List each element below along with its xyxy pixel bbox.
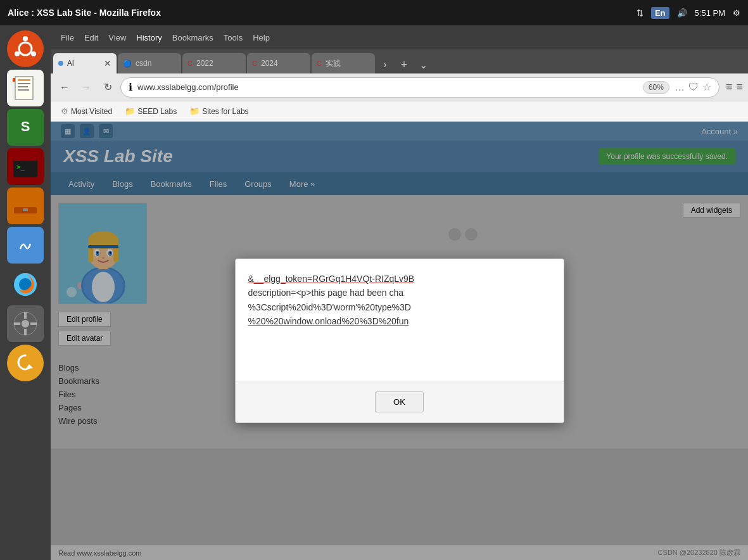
tab-favicon-c1: C xyxy=(187,60,193,67)
shield-icon[interactable]: 🛡 xyxy=(688,82,699,93)
most-visited-label: Most Visited xyxy=(71,107,112,116)
url-bar[interactable]: ℹ www.xsslabelgg.com/profile 60% … 🛡 ☆ xyxy=(120,77,719,98)
menu-tools[interactable]: Tools xyxy=(224,33,243,42)
back-button[interactable]: ← xyxy=(56,79,73,96)
browser-navbar: ← → ↻ ℹ www.xsslabelgg.com/profile 60% …… xyxy=(51,73,748,101)
svg-point-4 xyxy=(15,51,20,56)
ubuntu-icon[interactable] xyxy=(7,30,44,67)
most-visited-icon: ⚙ xyxy=(61,106,68,116)
sites-for-labs-icon: 📁 xyxy=(189,106,200,116)
terminal-icon[interactable]: >_ xyxy=(7,148,44,185)
menu-help[interactable]: Help xyxy=(253,33,270,42)
nav-hamburger-button[interactable]: ≡ xyxy=(736,80,743,94)
svg-rect-9 xyxy=(18,89,29,91)
nav-extra-buttons: ≡ ≡ xyxy=(723,80,743,94)
bookmark-most-visited[interactable]: ⚙ Most Visited xyxy=(56,105,117,118)
system-time: 5:51 PM xyxy=(695,8,725,18)
bookmarks-bar: ⚙ Most Visited 📁 SEED Labs 📁 Sites for L… xyxy=(51,101,748,122)
tab-label: Al xyxy=(67,59,74,68)
bookmark-star-icon[interactable]: ☆ xyxy=(702,81,711,93)
svg-text:>_: >_ xyxy=(16,163,25,171)
transfer-icon: ⇅ xyxy=(637,8,643,18)
settings-icon[interactable]: ⚙ xyxy=(733,8,740,18)
menu-file[interactable]: File xyxy=(61,33,74,42)
system-topbar: Alice : XSS Lab Site - Mozilla Firefox ⇅… xyxy=(0,0,748,25)
tab-label-csdn: csdn xyxy=(136,59,151,68)
bookmark-sites-for-labs[interactable]: 📁 Sites for Labs xyxy=(184,105,253,118)
alert-dialog: &__elgg_token=RGrGq1H4VQt-RIZqLv9B descr… xyxy=(235,258,564,423)
svg-rect-26 xyxy=(30,322,37,325)
browser-menu: File Edit View History Bookmarks Tools H… xyxy=(56,33,275,42)
tab-label-shijian: 实践 xyxy=(326,58,341,69)
reader-mode-button[interactable]: ≡ xyxy=(726,80,733,94)
menu-bookmarks[interactable]: Bookmarks xyxy=(172,33,213,42)
dialog-line4: %20%20window.onload%20%3D%20fun xyxy=(248,316,409,326)
svg-rect-25 xyxy=(14,322,20,325)
system-tray: ⇅ En 🔊 5:51 PM ⚙ xyxy=(637,7,740,19)
bookmark-seed-labs[interactable]: 📁 SEED Labs xyxy=(120,105,182,118)
dialog-text-line1: &__elgg_token=RGrGq1H4VQt-RIZqLv9B xyxy=(248,272,551,286)
supercard-icon[interactable]: S xyxy=(7,109,44,146)
more-url-icon[interactable]: … xyxy=(675,82,685,93)
dialog-text-line4: %20%20window.onload%20%3D%20fun xyxy=(248,314,551,328)
browser-menubar: File Edit View History Bookmarks Tools H… xyxy=(51,25,748,49)
url-action-icons: … 🛡 ☆ xyxy=(675,81,711,93)
menu-history[interactable]: History xyxy=(136,33,162,42)
svg-rect-14 xyxy=(13,156,37,161)
tab-label-2024: 2024 xyxy=(261,59,278,68)
tab-favicon-c3: C xyxy=(317,60,322,67)
svg-text:S: S xyxy=(21,118,30,134)
application-dock: S >_ xyxy=(0,25,51,560)
dialog-ok-button[interactable]: OK xyxy=(375,391,424,412)
dialog-footer: OK xyxy=(236,381,564,423)
svg-rect-10 xyxy=(13,78,15,82)
system-tools-icon[interactable] xyxy=(7,305,44,342)
tab-active[interactable]: Al ✕ xyxy=(53,53,117,73)
url-info-icon: ℹ xyxy=(129,81,132,93)
drawer-icon[interactable] xyxy=(7,188,44,224)
dialog-text-line3: %3Cscript%20id%3D'worm'%20type%3D xyxy=(248,300,551,314)
updater-icon[interactable] xyxy=(7,345,44,381)
svg-rect-18 xyxy=(23,208,28,211)
svg-point-2 xyxy=(23,36,28,41)
new-tab-button[interactable]: + xyxy=(395,56,413,73)
svg-rect-7 xyxy=(18,83,30,84)
seed-labs-label: SEED Labs xyxy=(137,107,177,116)
tab-2024[interactable]: C 2024 xyxy=(247,53,310,73)
tab-csdn[interactable]: 🔵 csdn xyxy=(118,53,181,73)
wireshark-icon[interactable] xyxy=(7,227,44,264)
svg-point-3 xyxy=(31,51,36,56)
tab-2022[interactable]: C 2022 xyxy=(182,53,246,73)
svg-rect-8 xyxy=(18,86,28,87)
dialog-content: &__elgg_token=RGrGq1H4VQt-RIZqLv9B descr… xyxy=(236,259,564,381)
zoom-level[interactable]: 60% xyxy=(643,81,669,94)
tab-shijian[interactable]: C 实践 xyxy=(312,53,375,73)
svg-rect-23 xyxy=(24,312,27,319)
svg-rect-24 xyxy=(24,329,27,335)
volume-icon: 🔊 xyxy=(677,8,687,18)
svg-point-27 xyxy=(13,350,38,376)
svg-rect-6 xyxy=(18,79,30,81)
tab-favicon-dot xyxy=(58,61,63,66)
dialog-text-line2: description=<p>this page had been cha xyxy=(248,286,551,300)
tab-list-chevron[interactable]: ⌄ xyxy=(414,56,432,73)
browser-window: File Edit View History Bookmarks Tools H… xyxy=(51,25,748,560)
tab-overflow-button[interactable]: › xyxy=(376,56,394,73)
menu-view[interactable]: View xyxy=(108,33,126,42)
window-title: Alice : XSS Lab Site - Mozilla Firefox xyxy=(8,8,161,18)
tab-close-button[interactable]: ✕ xyxy=(104,58,111,68)
sites-for-labs-label: Sites for Labs xyxy=(202,107,248,116)
notepad-icon[interactable] xyxy=(7,70,44,106)
dialog-overlay: &__elgg_token=RGrGq1H4VQt-RIZqLv9B descr… xyxy=(51,122,748,560)
language-badge[interactable]: En xyxy=(651,7,669,19)
tab-favicon-csdn: 🔵 xyxy=(123,60,132,68)
tab-favicon-c2: C xyxy=(252,60,257,67)
menu-edit[interactable]: Edit xyxy=(84,33,98,42)
url-text: www.xsslabelgg.com/profile xyxy=(137,82,638,92)
svg-point-22 xyxy=(22,320,29,328)
firefox-icon[interactable] xyxy=(7,266,44,303)
web-content-area: ▦ 👤 ✉ Account » XSS Lab Site Your profil… xyxy=(51,122,748,560)
tab-label-2022: 2022 xyxy=(196,59,213,68)
forward-button[interactable]: → xyxy=(77,79,95,96)
reload-button[interactable]: ↻ xyxy=(99,79,117,96)
